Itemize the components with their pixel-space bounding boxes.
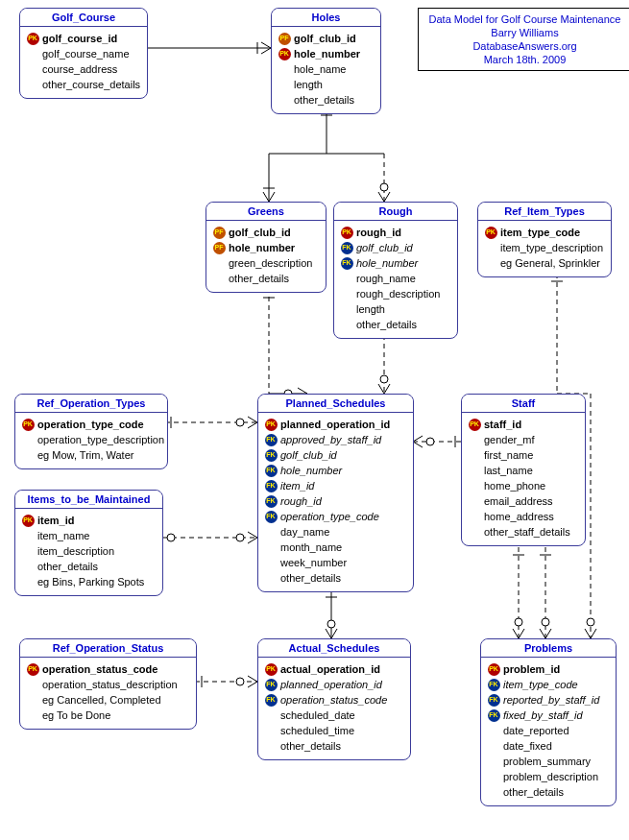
entity-header: Actual_Schedules [258, 639, 410, 658]
attr-name: other_details [356, 317, 417, 332]
fk-key-icon: FK [264, 510, 278, 523]
fk-key-icon: FK [264, 479, 278, 492]
attr-name: gender_mf [484, 432, 535, 447]
attr-name: home_phone [484, 478, 545, 493]
entity-body: PFgolf_club_idPFhole_numbergreen_descrip… [206, 221, 326, 292]
attr-row: eg General, Sprinkler [484, 255, 605, 271]
attr-row: operation_type_description [21, 432, 161, 447]
attr-name: operation_type_code [37, 417, 144, 432]
attr-row: rough_name [340, 271, 451, 286]
pk-key-icon: PK [21, 514, 35, 527]
attr-row: FKapproved_by_staff_id [264, 432, 407, 447]
attr-row: PKstaff_id [468, 417, 579, 432]
attr-row: home_address [468, 509, 579, 524]
attr-name: actual_operation_id [280, 661, 380, 677]
attr-row: home_phone [468, 478, 579, 493]
attr-row: FKoperation_type_code [264, 509, 407, 524]
attr-row: other_staff_details [468, 524, 579, 540]
attr-row: scheduled_time [264, 723, 404, 738]
attr-row: operation_status_description [26, 677, 190, 692]
attr-name: hole_name [294, 61, 346, 77]
entity-rough: RoughPKrough_idFKgolf_club_idFKhole_numb… [333, 202, 458, 339]
svg-point-37 [542, 618, 549, 626]
attr-name: problem_summary [503, 754, 591, 769]
info-line-2: Barry Williams [426, 26, 623, 39]
pk-key-icon: PK [278, 47, 291, 60]
attr-row: last_name [468, 463, 579, 478]
attr-row: other_details [487, 784, 610, 800]
attr-row: email_address [468, 493, 579, 509]
entity-body: PKstaff_idgender_mffirst_namelast_nameho… [462, 413, 585, 545]
attr-row: FKfixed_by_staff_id [487, 708, 610, 723]
attr-name: planned_operation_id [280, 417, 390, 432]
svg-point-28 [327, 620, 335, 628]
attr-name: golf_club_id [356, 240, 413, 255]
entity-header: Staff [462, 395, 585, 413]
svg-point-19 [236, 419, 244, 426]
attr-name: reported_by_staff_id [503, 692, 599, 708]
attr-name: golf_club_id [294, 31, 356, 46]
entity-staff: StaffPKstaff_idgender_mffirst_namelast_n… [461, 394, 586, 546]
attr-name: other_details [229, 271, 289, 286]
attr-name: item_id [280, 478, 314, 493]
info-line-1: Data Model for Golf Course Maintenance [426, 12, 623, 26]
attr-name: hole_number [294, 46, 360, 61]
entity-golf-course: Golf_CoursePKgolf_course_idgolf_course_n… [19, 8, 148, 99]
attr-name: golf_course_id [42, 31, 117, 46]
pk-key-icon: PK [340, 226, 353, 239]
fk-key-icon: FK [487, 693, 500, 707]
attr-row: PKgolf_course_id [26, 31, 141, 46]
attr-row: other_details [264, 738, 404, 754]
attr-row: eg Mow, Trim, Water [21, 447, 161, 463]
attr-name: item_description [37, 543, 114, 559]
attr-row: PKhole_number [278, 46, 375, 61]
svg-point-25 [426, 438, 434, 445]
pf-key-icon: PF [212, 241, 226, 254]
attr-row: PKitem_id [21, 513, 157, 528]
attr-row: course_address [26, 61, 141, 77]
attr-name: other_details [37, 559, 98, 574]
svg-point-9 [380, 183, 388, 191]
attr-name: other_details [280, 738, 341, 754]
attr-name: problem_id [503, 661, 560, 677]
attr-name: other_details [294, 92, 354, 108]
attr-name: rough_id [280, 493, 322, 509]
entity-header: Ref_Operation_Status [20, 639, 196, 658]
attr-row: eg Bins, Parking Spots [21, 574, 157, 589]
fk-key-icon: FK [340, 256, 353, 270]
info-line-3: DatabaseAnswers.org [426, 39, 623, 53]
attr-name: last_name [484, 463, 533, 478]
pk-key-icon: PK [26, 32, 39, 45]
attr-name: golf_club_id [280, 447, 337, 463]
attr-row: item_type_description [484, 240, 605, 255]
attr-name: other_staff_details [484, 524, 570, 540]
svg-point-16 [380, 375, 388, 383]
svg-point-42 [587, 618, 594, 626]
entity-greens: GreensPFgolf_club_idPFhole_numbergreen_d… [206, 202, 327, 293]
attr-row: FKgolf_club_id [264, 447, 407, 463]
attr-row: hole_name [278, 61, 375, 77]
attr-name: other_course_details [42, 77, 140, 92]
attr-row: eg To be Done [26, 708, 190, 723]
entity-body: PFgolf_club_idPKhole_numberhole_nameleng… [272, 27, 380, 113]
attr-name: scheduled_date [280, 708, 355, 723]
attr-row: rough_description [340, 286, 451, 301]
attr-name: item_name [37, 528, 89, 543]
attr-name: operation_status_code [280, 692, 387, 708]
diagram-info-box: Data Model for Golf Course Maintenance B… [418, 8, 629, 71]
entity-body: PKgolf_course_idgolf_course_namecourse_a… [20, 27, 147, 98]
attr-name: date_fixed [503, 738, 552, 754]
attr-name: rough_id [356, 225, 401, 240]
attr-name: day_name [280, 524, 329, 540]
attr-name: scheduled_time [280, 723, 354, 738]
entity-header: Greens [206, 203, 326, 221]
entity-header: Planned_Schedules [258, 395, 413, 413]
attr-name: other_details [503, 784, 564, 800]
attr-row: FKitem_type_code [487, 677, 610, 692]
entity-body: PKactual_operation_idFKplanned_operation… [258, 658, 410, 759]
attr-row: PFgolf_club_id [278, 31, 375, 46]
attr-name: length [294, 77, 323, 92]
attr-name: course_address [42, 61, 117, 77]
info-line-4: March 18th. 2009 [426, 53, 623, 66]
attr-row: PKrough_id [340, 225, 451, 240]
